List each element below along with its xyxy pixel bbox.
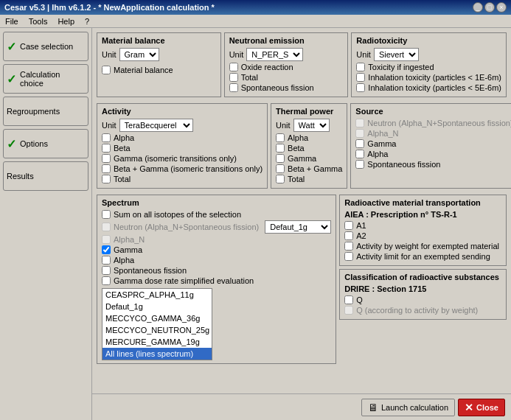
tp-total-cb[interactable] xyxy=(276,175,285,183)
menu-tools[interactable]: Tools xyxy=(27,16,50,27)
title-bar: Cesar v5.3 | Ihm v6.1.2 - * NewApplicati… xyxy=(0,0,511,15)
case-selection-label: Case selection xyxy=(20,42,73,51)
ne-unit-select[interactable]: N_PER_S xyxy=(246,48,303,61)
sp-neutron-cb[interactable] xyxy=(102,223,111,231)
options-check: ✓ xyxy=(7,137,16,151)
sidebar-item-calculation-choice[interactable]: ✓ Calculation choice xyxy=(3,64,88,94)
source-title: Source xyxy=(355,107,511,116)
act-gamma-label: Gamma (isomeric transitions only) xyxy=(114,154,237,163)
sp-opt-meccyco-neutron[interactable]: MECCYCO_NEUTRON_25g xyxy=(102,324,212,336)
sp-spontaneous-cb[interactable] xyxy=(102,266,111,275)
src-gamma-label: Gamma xyxy=(367,139,396,148)
rt-ingested-label: Toxicity if ingested xyxy=(368,63,434,71)
calculation-choice-label: Calculation choice xyxy=(20,70,85,88)
menu-bar: File Tools Help ? xyxy=(0,15,511,28)
class-q-weight-cb[interactable] xyxy=(344,306,353,315)
minimize-button[interactable]: _ xyxy=(473,2,483,13)
tp-gamma-cb[interactable] xyxy=(276,154,285,163)
material-balance-title: Material balance xyxy=(102,36,216,45)
sp-opt-alllines[interactable]: All lines (lines spectrum) xyxy=(102,348,212,360)
src-alpha-cb[interactable] xyxy=(355,150,364,158)
tp-unit-select[interactable]: Watt xyxy=(293,119,330,132)
thermal-power-title: Thermal power xyxy=(276,107,342,116)
launch-label: Launch calculation xyxy=(381,403,448,412)
class-drire-label: DRIRE : Section 1715 xyxy=(344,284,501,293)
rt-a1-cb[interactable] xyxy=(344,221,353,230)
window-title: Cesar v5.3 | Ihm v6.1.2 - * NewApplicati… xyxy=(4,3,215,12)
sp-spontaneous-label: Spontaneous fission xyxy=(114,266,187,275)
ne-oxide-cb[interactable] xyxy=(229,63,238,71)
mb-checkbox-label: Material balance xyxy=(114,66,173,74)
rt-inhalation1-cb[interactable] xyxy=(356,73,365,82)
sidebar-item-regroupments[interactable]: Regroupments xyxy=(3,97,88,126)
window-close-button[interactable]: × xyxy=(496,2,507,13)
rt-unit-select[interactable]: Sievert xyxy=(374,48,419,61)
sidebar-item-options[interactable]: ✓ Options xyxy=(3,129,88,158)
sp-gammadose-cb[interactable] xyxy=(102,276,111,285)
maximize-button[interactable]: □ xyxy=(484,2,495,13)
act-beta-gamma-cb[interactable] xyxy=(102,164,111,173)
rt-inhalation2-label: Inhalation toxicity (particles < 5E-6m) xyxy=(368,83,501,92)
sp-alpha-label: Alpha xyxy=(114,256,134,265)
class-title: Classification of radioactive substances xyxy=(344,273,501,281)
src-alpha-n-label: Alpha_N xyxy=(367,129,398,138)
menu-question[interactable]: ? xyxy=(83,16,91,27)
rt-activity-limit-label: Activity limit for an exempted sending xyxy=(356,252,490,261)
ne-spontaneous-cb[interactable] xyxy=(229,83,238,92)
act-alpha-cb[interactable] xyxy=(102,133,111,142)
act-unit-label: Unit xyxy=(102,121,117,130)
radioactive-transport-section: Radioactive material transportation AIEA… xyxy=(339,195,507,266)
act-unit-select[interactable]: TeraBecquerel xyxy=(119,119,193,132)
menu-file[interactable]: File xyxy=(3,16,21,27)
src-neutron-cb[interactable] xyxy=(355,119,364,127)
tp-alpha-cb[interactable] xyxy=(276,133,285,142)
mb-checkbox[interactable] xyxy=(102,66,111,74)
sp-neutron-select[interactable]: Defaut_1g xyxy=(265,220,331,234)
ne-total-cb[interactable] xyxy=(229,73,238,82)
class-q-cb[interactable] xyxy=(344,295,353,304)
sidebar-item-case-selection[interactable]: ✓ Case selection xyxy=(3,32,88,61)
act-beta-cb[interactable] xyxy=(102,144,111,153)
sp-opt-meccyco-gamma[interactable]: MECCYCO_GAMMA_36g xyxy=(102,312,212,324)
sp-alpha-n-cb[interactable] xyxy=(102,235,111,244)
rt-a2-label: A2 xyxy=(356,231,366,240)
tp-beta-cb[interactable] xyxy=(276,144,285,153)
rt-activity-limit-cb[interactable] xyxy=(344,252,353,261)
rt-activity-weight-cb[interactable] xyxy=(344,242,353,251)
launch-calculation-button[interactable]: 🖥 Launch calculation xyxy=(361,399,455,416)
rt-inhalation2-cb[interactable] xyxy=(356,83,365,92)
mb-unit-select[interactable]: Gram xyxy=(119,48,159,61)
sp-alpha-cb[interactable] xyxy=(102,256,111,265)
rt-unit-label: Unit xyxy=(356,50,371,59)
sp-alpha-n-label: Alpha_N xyxy=(114,235,145,244)
tp-beta-gamma-cb[interactable] xyxy=(276,164,285,173)
tp-unit-label: Unit xyxy=(276,121,291,130)
rt-aiea-label: AIEA : Prescription n° TS-R-1 xyxy=(344,210,501,219)
src-alpha-label: Alpha xyxy=(367,150,388,158)
thermal-power-section: Thermal power Unit Watt Alpha Beta Gamma… xyxy=(271,103,347,189)
menu-help[interactable]: Help xyxy=(55,16,77,27)
src-alpha-n-cb[interactable] xyxy=(355,129,364,138)
act-gamma-cb[interactable] xyxy=(102,154,111,163)
src-neutron-label: Neutron (Alpha_N+Spontaneous fission) xyxy=(367,119,511,127)
sp-opt-mercure[interactable]: MERCURE_GAMMA_19g xyxy=(102,336,212,348)
sp-opt-ceasprc[interactable]: CEASPRC_ALPHA_11g xyxy=(102,289,212,301)
activity-title: Activity xyxy=(102,107,263,116)
act-total-cb[interactable] xyxy=(102,175,111,183)
rt-a2-cb[interactable] xyxy=(344,231,353,240)
sp-sum-all-cb[interactable] xyxy=(102,210,111,219)
src-gamma-cb[interactable] xyxy=(355,139,364,148)
close-button[interactable]: ✕ Close xyxy=(458,399,505,416)
sp-opt-defaut[interactable]: Defaut_1g xyxy=(102,301,212,312)
window-controls[interactable]: _ □ × xyxy=(473,2,507,13)
src-spontaneous-cb[interactable] xyxy=(355,160,364,169)
close-icon: ✕ xyxy=(465,402,473,413)
sp-gamma-cb[interactable] xyxy=(102,245,111,254)
mb-unit-label: Unit xyxy=(102,50,117,59)
sidebar: ✓ Case selection ✓ Calculation choice Re… xyxy=(0,28,92,420)
rt-ingested-cb[interactable] xyxy=(356,63,365,71)
sidebar-item-results[interactable]: Results xyxy=(3,161,88,191)
options-label: Options xyxy=(20,139,48,148)
activity-section: Activity Unit TeraBecquerel Alpha Beta G… xyxy=(97,103,268,189)
class-q-label: Q xyxy=(356,295,363,304)
